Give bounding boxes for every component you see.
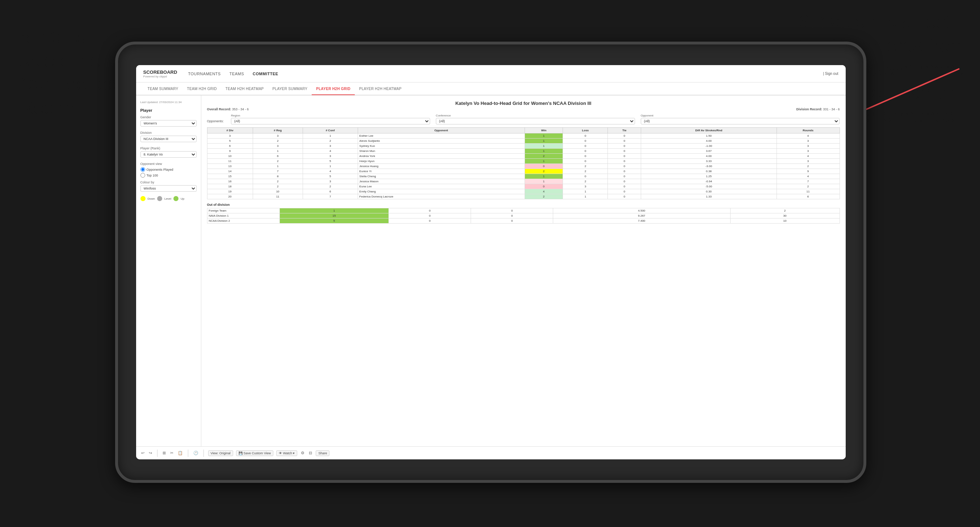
cell-diff: 1.50	[641, 133, 777, 138]
cell-win: 1	[525, 174, 563, 179]
cell-opponent: Euna Lee	[358, 184, 525, 189]
cell-rounds: 4	[776, 174, 840, 179]
gender-select[interactable]: Women's	[140, 120, 197, 127]
cell-win: 2	[525, 169, 563, 174]
ood-cell-win: 15	[280, 213, 389, 219]
player-rank-select[interactable]: 8. Katelyn Vo	[140, 151, 197, 158]
col-diff: Diff Av Strokes/Rnd	[641, 128, 777, 133]
cell-diff: 0.38	[641, 169, 777, 174]
nav-committee[interactable]: COMMITTEE	[253, 70, 278, 78]
division-select[interactable]: NCAA Division III	[140, 136, 197, 142]
cell-rounds: 11	[776, 189, 840, 194]
cell-win: 1	[525, 179, 563, 184]
redo-icon[interactable]: ↪	[148, 450, 153, 456]
sub-nav-player-h2h-heatmap[interactable]: PLAYER H2H HEATMAP	[355, 83, 406, 95]
cell-diff: 0.30	[641, 189, 777, 194]
cell-tie: 0	[608, 133, 641, 138]
region-filter-group: Region (All)	[231, 114, 430, 124]
cell-win: 1	[525, 133, 563, 138]
ood-cell-rounds: 30	[730, 213, 840, 219]
table-row: 16 2 3 Jessica Mason 1 2 0 -0.94 7	[207, 179, 840, 184]
tablet-screen: SCOREBOARD Powered by clippd TOURNAMENTS…	[136, 65, 846, 459]
view-original-btn[interactable]: View: Original	[208, 450, 233, 456]
table-row: 6 3 3 Sydney Kuo 1 0 0 -1.00 3	[207, 144, 840, 149]
sub-nav-player-summary[interactable]: PLAYER SUMMARY	[268, 83, 312, 95]
bottom-toolbar: ↩ ↪ ⊞ ✂ 📋 🕐 View: Original 💾 Save Custom…	[136, 446, 846, 459]
settings-icon[interactable]: ⚙	[300, 450, 305, 456]
conference-filter-select[interactable]: (All)	[436, 118, 635, 124]
cell-tie: 0	[608, 179, 641, 184]
table-row: 14 7 4 Eunice Yi 2 2 0 0.38 9	[207, 169, 840, 174]
sub-nav-team-h2h-grid[interactable]: TEAM H2H GRID	[183, 83, 221, 95]
table-row: 19 10 6 Emily Chang 4 1 0 0.30 11	[207, 189, 840, 194]
cell-tie: 0	[608, 154, 641, 159]
cell-conf: 6	[303, 189, 358, 194]
cell-loss: 0	[563, 144, 608, 149]
cell-win: 4	[525, 189, 563, 194]
cell-div: 13	[207, 164, 253, 169]
cell-div: 16	[207, 179, 253, 184]
cell-loss: 2	[563, 179, 608, 184]
cell-win: 0	[525, 164, 563, 169]
nav-teams[interactable]: TEAMS	[229, 70, 244, 78]
cell-div: 19	[207, 189, 253, 194]
cell-opponent: Jessica Huang	[358, 164, 525, 169]
cell-conf: 4	[303, 149, 358, 154]
col-tie: Tie	[608, 128, 641, 133]
region-filter-select[interactable]: (All)	[231, 118, 430, 124]
radio-top-100[interactable]: Top 100	[140, 173, 197, 178]
opponent-filter-select[interactable]: (All)	[641, 118, 840, 124]
conference-filter-label: Conference	[436, 114, 635, 117]
cell-div: 20	[207, 194, 253, 199]
cut-icon[interactable]: ✂	[169, 450, 174, 456]
sub-nav-player-h2h-grid[interactable]: PLAYER H2H GRID	[312, 83, 355, 95]
cell-rounds: 9	[776, 169, 840, 174]
paste-icon[interactable]: 📋	[177, 450, 183, 456]
table-row: 13 1 1 Jessica Huang 0 2 0 -3.00 2	[207, 164, 840, 169]
copy-icon[interactable]: ⊞	[162, 450, 167, 456]
cell-div: 11	[207, 159, 253, 164]
cell-loss: 0	[563, 159, 608, 164]
cell-diff: 1.33	[641, 194, 777, 199]
clock-icon[interactable]: 🕐	[192, 450, 199, 456]
grid-icon[interactable]: ⊟	[308, 450, 313, 456]
records-row: Overall Record: 353 - 34 - 6 Division Re…	[207, 108, 840, 111]
sub-nav-team-summary[interactable]: TEAM SUMMARY	[143, 83, 183, 95]
table-row: 5 2 2 Alexis Sudjianto 1 0 0 4.00 3	[207, 138, 840, 144]
cell-conf: 7	[303, 194, 358, 199]
cell-opponent: Federica Domecq Lacroze	[358, 194, 525, 199]
watch-btn[interactable]: 👁 Watch ▾	[276, 450, 297, 456]
table-row: 9 1 4 Sharon Mun 1 0 0 3.67 3	[207, 149, 840, 154]
cell-div: 5	[207, 138, 253, 144]
cell-tie: 0	[608, 144, 641, 149]
toolbar-sep-1	[157, 449, 158, 457]
undo-icon[interactable]: ↩	[140, 450, 145, 456]
content-area: Last Updated: 27/03/2024 11:34 Player Ge…	[136, 95, 846, 446]
nav-sign-out[interactable]: | Sign out	[823, 71, 838, 76]
col-opponent: Opponent	[358, 128, 525, 133]
table-row: 18 2 2 Euna Lee 0 3 0 -5.00 2	[207, 184, 840, 189]
cell-rounds: 3	[776, 138, 840, 144]
cell-win: 1	[525, 149, 563, 154]
cell-reg: 1	[253, 164, 303, 169]
cell-opponent: Eunice Yi	[358, 169, 525, 174]
radio-opponents-played[interactable]: Opponents Played	[140, 167, 197, 172]
sub-nav-team-h2h-heatmap[interactable]: TEAM H2H HEATMAP	[221, 83, 268, 95]
cell-loss: 0	[563, 149, 608, 154]
save-custom-btn[interactable]: 💾 Save Custom View	[236, 450, 273, 456]
share-btn[interactable]: Share	[316, 450, 329, 456]
ood-table-row: NAIA Division 1 15 0 0 9.267 30	[207, 213, 840, 219]
nav-tournaments[interactable]: TOURNAMENTS	[188, 70, 221, 78]
cell-reg: 1	[253, 149, 303, 154]
opponent-filter-group: Opponent (All)	[641, 114, 840, 124]
table-row: 20 11 7 Federica Domecq Lacroze 2 1 0 1.…	[207, 194, 840, 199]
opponent-view-group: Opponents Played Top 100	[140, 167, 197, 178]
colour-by-select[interactable]: Win/loss	[140, 185, 197, 192]
page-title: Katelyn Vo Head-to-Head Grid for Women's…	[207, 100, 840, 106]
cell-div: 18	[207, 184, 253, 189]
sidebar: Last Updated: 27/03/2024 11:34 Player Ge…	[136, 95, 201, 446]
cell-diff: -3.00	[641, 164, 777, 169]
cell-tie: 0	[608, 164, 641, 169]
cell-div: 3	[207, 133, 253, 138]
cell-win: 1	[525, 144, 563, 149]
